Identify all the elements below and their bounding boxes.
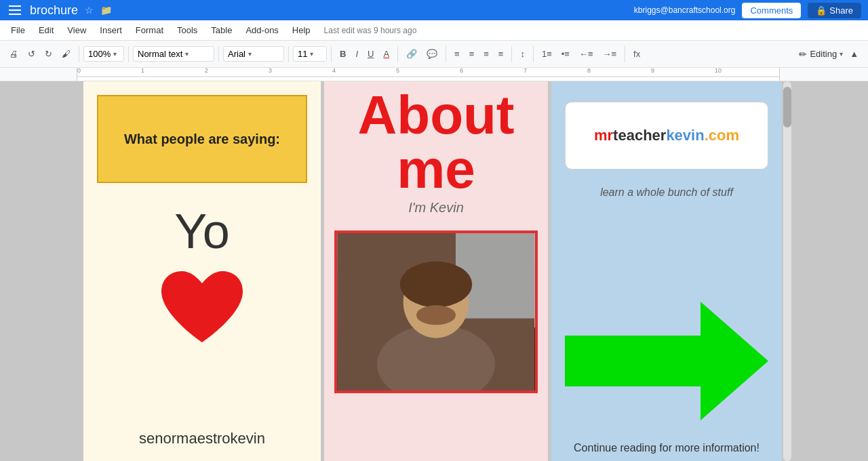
- svg-text:2: 2: [205, 68, 208, 74]
- function-button[interactable]: fx: [629, 46, 644, 62]
- menu-edit[interactable]: Edit: [33, 22, 59, 38]
- font-select[interactable]: Arial ▾: [223, 46, 284, 62]
- document-title[interactable]: brochure: [30, 3, 78, 18]
- menu-table[interactable]: Table: [205, 22, 237, 38]
- menu-insert[interactable]: Insert: [94, 22, 127, 38]
- page3-logo-box: mrteacherkevin.com: [565, 102, 768, 169]
- decrease-indent-button[interactable]: ←≡: [575, 46, 597, 62]
- page2-subtitle: I'm Kevin: [324, 200, 548, 216]
- page1-yo-text: Yo: [83, 203, 321, 259]
- undo-button[interactable]: ↺: [24, 46, 39, 62]
- svg-point-17: [416, 305, 456, 325]
- editing-label: Editing: [810, 49, 837, 59]
- text-color-button[interactable]: A: [379, 46, 393, 62]
- page1-top-box: What people are saying:: [97, 95, 307, 183]
- svg-text:4: 4: [332, 68, 336, 74]
- page-1: What people are saying: Yo senormaestrok…: [83, 81, 321, 461]
- separator-1: [79, 46, 79, 62]
- scroll-thumb[interactable]: [783, 87, 791, 127]
- zoom-select[interactable]: 100% ▾: [83, 46, 124, 62]
- svg-text:7: 7: [524, 68, 527, 74]
- separator-3: [218, 46, 219, 62]
- align-left-button[interactable]: ≡: [450, 46, 464, 62]
- left-margin: [0, 81, 77, 461]
- font-chevron: ▾: [248, 50, 252, 58]
- align-justify-button[interactable]: ≡: [494, 46, 508, 62]
- style-chevron: ▾: [185, 50, 189, 58]
- svg-marker-18: [565, 302, 768, 420]
- svg-text:9: 9: [651, 68, 654, 74]
- page2-photo: [334, 230, 538, 393]
- separator-9: [533, 46, 534, 62]
- comment-button[interactable]: 💬: [422, 46, 441, 62]
- logo-kevin: kevin: [666, 127, 704, 144]
- style-value: Normal text: [138, 49, 182, 59]
- increase-indent-button[interactable]: →≡: [599, 46, 621, 62]
- align-center-button[interactable]: ≡: [465, 46, 479, 62]
- underline-button[interactable]: U: [363, 46, 378, 62]
- italic-button[interactable]: I: [351, 46, 362, 62]
- share-button[interactable]: 🔒 Share: [808, 3, 861, 18]
- svg-text:6: 6: [460, 68, 463, 74]
- svg-point-16: [400, 262, 472, 308]
- line-spacing-button[interactable]: ↕: [516, 46, 529, 62]
- menu-format[interactable]: Format: [130, 22, 169, 38]
- svg-text:8: 8: [587, 68, 591, 74]
- align-right-button[interactable]: ≡: [479, 46, 493, 62]
- size-select[interactable]: 11 ▾: [293, 46, 327, 62]
- paint-format-button[interactable]: 🖌: [58, 46, 75, 62]
- ordered-list-button[interactable]: 1≡: [538, 46, 556, 62]
- user-email: kbriggs@bancraftschool.org: [634, 5, 736, 15]
- menu-help[interactable]: Help: [287, 22, 316, 38]
- menu-view[interactable]: View: [62, 22, 92, 38]
- logo-text: mrteacherkevin.com: [594, 127, 739, 144]
- separator-5: [331, 46, 332, 62]
- pencil-icon: ✏: [799, 49, 807, 60]
- bold-button[interactable]: B: [336, 46, 350, 62]
- link-button[interactable]: 🔗: [402, 46, 421, 62]
- collapse-toolbar-button[interactable]: ▲: [846, 46, 863, 62]
- page-3: mrteacherkevin.com learn a whole bunch o…: [551, 81, 782, 461]
- editing-badge: ✏ Editing ▾ ▲: [799, 46, 863, 62]
- separator-8: [511, 46, 512, 62]
- page3-tagline: learn a whole bunch of stuff: [565, 186, 768, 199]
- menu-addons[interactable]: Add-ons: [240, 22, 283, 38]
- star-icon[interactable]: ☆: [85, 5, 94, 16]
- app-menu-button[interactable]: [7, 2, 23, 18]
- svg-text:0: 0: [77, 68, 81, 74]
- separator-2: [128, 46, 129, 62]
- logo-mr: mr: [594, 127, 613, 144]
- toolbar: 🖨 ↺ ↻ 🖌 100% ▾ Normal text ▾ Arial ▾ 11 …: [0, 41, 868, 68]
- page2-title: About me: [324, 88, 548, 197]
- document-area: What people are saying: Yo senormaestrok…: [0, 81, 868, 461]
- zoom-value: 100%: [88, 49, 111, 59]
- separator-6: [397, 46, 398, 62]
- separator-10: [625, 46, 625, 62]
- separator-7: [446, 46, 446, 62]
- redo-button[interactable]: ↻: [41, 46, 56, 62]
- scroll-track: [783, 81, 791, 461]
- page-2: About me I'm Kevin: [324, 81, 548, 461]
- logo-teacher: teacher: [613, 127, 666, 144]
- unordered-list-button[interactable]: •≡: [557, 46, 574, 62]
- size-value: 11: [298, 49, 307, 59]
- menu-file[interactable]: File: [5, 22, 31, 38]
- editing-chevron: ▾: [840, 50, 843, 58]
- folder-icon[interactable]: 📁: [100, 5, 112, 16]
- menu-tools[interactable]: Tools: [172, 22, 203, 38]
- page1-heart: [83, 264, 321, 353]
- comments-button[interactable]: Comments: [742, 3, 801, 18]
- ruler-inner: 0 1 2 3 4 5 6 7 8 9 10: [77, 68, 780, 81]
- ruler-svg: 0 1 2 3 4 5 6 7 8 9 10: [77, 68, 779, 78]
- top-bar: brochure ☆ 📁 kbriggs@bancraftschool.org …: [0, 0, 868, 20]
- page1-name: senormaestrokevin: [83, 430, 321, 447]
- hamburger-icon: [7, 2, 23, 18]
- svg-text:10: 10: [715, 68, 722, 74]
- page3-arrow: [558, 302, 775, 420]
- scrollbar[interactable]: [782, 81, 793, 461]
- print-button[interactable]: 🖨: [5, 46, 22, 62]
- heart-icon: [155, 264, 250, 353]
- font-value: Arial: [228, 49, 245, 59]
- style-select[interactable]: Normal text ▾: [133, 46, 214, 62]
- top-right-actions: kbriggs@bancraftschool.org Comments 🔒 Sh…: [634, 3, 861, 18]
